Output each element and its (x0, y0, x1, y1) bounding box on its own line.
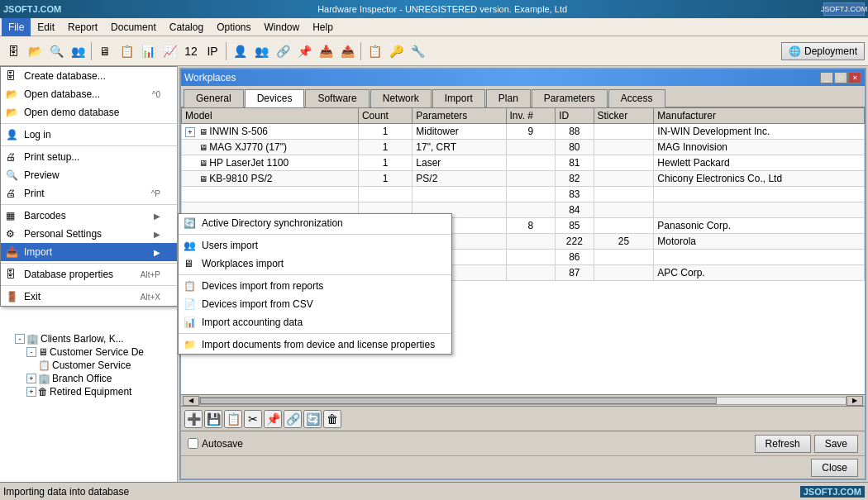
win-maximize-btn[interactable]: □ (834, 72, 847, 83)
link-item-btn[interactable]: 🔗 (284, 410, 302, 428)
toolbar-open[interactable]: 📂 (25, 41, 45, 61)
import-devices-csv[interactable]: 📄 Devices import from CSV (179, 295, 451, 313)
tree-item-retired[interactable]: + 🗑 Retired Equipment (2, 385, 175, 398)
menu-window[interactable]: Window (258, 18, 307, 36)
menu-document[interactable]: Document (104, 18, 163, 36)
toolbar-btn-13[interactable]: 🔗 (273, 41, 293, 61)
toolbar-btn-12[interactable]: 👥 (251, 41, 271, 61)
h-scroll-track[interactable] (199, 397, 847, 405)
import-active-directory[interactable]: 🔄 Active Directory synchronization (179, 214, 451, 232)
menu-preview[interactable]: 🔍 Preview (1, 166, 177, 184)
toolbar-btn-11[interactable]: 👤 (230, 41, 250, 61)
expand-icon[interactable]: + (185, 127, 195, 137)
col-count[interactable]: Count (358, 108, 412, 124)
col-id[interactable]: ID (556, 108, 594, 124)
col-model[interactable]: Model (182, 108, 359, 124)
menu-open-db[interactable]: 📂 Open database... ^0 (1, 85, 177, 103)
tree-item-clients[interactable]: - 🏢 Clients Barlow, K... (2, 332, 175, 345)
tab-software[interactable]: Software (305, 89, 369, 107)
col-parameters[interactable]: Parameters (413, 108, 506, 124)
refresh-button[interactable]: Refresh (755, 435, 811, 453)
win-minimize-btn[interactable]: _ (820, 72, 833, 83)
menu-open-demo[interactable]: 📂 Open demo database (1, 103, 177, 121)
import-workplaces[interactable]: 🖥 Workplaces import (179, 255, 451, 273)
pin-item-btn[interactable]: 📌 (264, 410, 282, 428)
table-row[interactable]: 🖥MAG XJ770 (17") 1 17", CRT 80 MAG Innov… (182, 140, 865, 155)
brand-right-btn[interactable]: JSOFTJ.COM (823, 2, 865, 16)
toolbar-btn-15[interactable]: 📥 (316, 41, 336, 61)
import-documents[interactable]: 📁 Import documents from device and licen… (179, 336, 451, 354)
autosave-checkbox[interactable] (188, 438, 198, 449)
menu-login[interactable]: 👤 Log in (1, 126, 177, 144)
toolbar-btn-6[interactable]: 📋 (117, 41, 136, 61)
tab-general[interactable]: General (184, 89, 244, 107)
delete-item-btn[interactable]: 🗑 (323, 410, 341, 428)
refresh-item-btn[interactable]: 🔄 (303, 410, 322, 428)
close-button[interactable]: Close (811, 459, 858, 477)
import-accounting[interactable]: 📊 Import accounting data (179, 313, 451, 331)
tab-parameters[interactable]: Parameters (532, 89, 608, 107)
table-row[interactable]: + 🖥INWIN S-506 1 Miditower 9 88 IN-WIN D… (182, 124, 865, 140)
menu-help[interactable]: Help (306, 18, 340, 36)
toolbar-new[interactable]: 🗄 (3, 41, 23, 61)
toolbar-btn-14[interactable]: 📌 (294, 41, 314, 61)
table-row[interactable]: 🖥HP LaserJet 1100 1 Laser 81 Hewlett Pac… (182, 155, 865, 171)
h-scroll-thumb (200, 398, 717, 404)
tab-access[interactable]: Access (608, 89, 665, 107)
tab-import[interactable]: Import (432, 89, 485, 107)
toolbar-btn-8[interactable]: 📈 (160, 41, 179, 61)
menu-print-setup[interactable]: 🖨 Print setup... (1, 148, 177, 166)
toolbar-btn-17[interactable]: 📋 (365, 41, 384, 61)
toolbar-users[interactable]: 👥 (68, 41, 88, 61)
toolbar-btn-7[interactable]: 📊 (138, 41, 158, 61)
tab-plan[interactable]: Plan (486, 89, 531, 107)
deployment-button[interactable]: 🌐 Deployment (781, 42, 865, 60)
table-row[interactable]: 83 (182, 187, 865, 202)
tree-expand-ret[interactable]: + (26, 387, 36, 397)
menu-sep-4 (1, 263, 177, 264)
toolbar-search[interactable]: 🔍 (46, 41, 66, 61)
table-row[interactable]: 🖥KB-9810 PS/2 1 PS/2 82 Chicony Electron… (182, 171, 865, 187)
col-inv[interactable]: Inv. # (506, 108, 556, 124)
col-sticker[interactable]: Sticker (594, 108, 654, 124)
save-button[interactable]: Save (814, 435, 858, 453)
save-item-btn[interactable]: 💾 (204, 410, 222, 428)
cell-parameters: PS/2 (413, 171, 506, 187)
menu-options[interactable]: Options (210, 18, 257, 36)
import-devices-reports[interactable]: 📋 Devices import from reports (179, 277, 451, 295)
h-scrollbar[interactable]: ◀ ▶ (181, 394, 865, 406)
menu-personal-settings[interactable]: ⚙ Personal Settings ▶ (1, 225, 177, 243)
menu-report[interactable]: Report (61, 18, 104, 36)
menu-exit[interactable]: 🚪 Exit Alt+X (1, 288, 177, 306)
tree-item-customer-service-de[interactable]: - 🖥 Customer Service De (2, 345, 175, 359)
copy-item-btn[interactable]: 📋 (224, 410, 242, 428)
menu-catalog[interactable]: Catalog (163, 18, 210, 36)
toolbar-btn-9[interactable]: 12 (181, 41, 201, 61)
import-users[interactable]: 👥 Users import (179, 236, 451, 255)
cut-item-btn[interactable]: ✂ (244, 410, 262, 428)
tab-devices[interactable]: Devices (245, 89, 305, 107)
toolbar-btn-5[interactable]: 🖥 (95, 41, 115, 61)
menu-file[interactable]: File (2, 18, 31, 36)
tree-expand-csd[interactable]: - (26, 347, 36, 357)
menu-import[interactable]: 📥 Import ▶ (1, 243, 177, 261)
menu-barcodes[interactable]: ▦ Barcodes ▶ (1, 207, 177, 225)
tree-expand-clients[interactable]: - (15, 334, 25, 344)
menu-db-props[interactable]: 🗄 Database properties Alt+P (1, 265, 177, 283)
tree-item-branch-office[interactable]: + 🏢 Branch Office (2, 372, 175, 385)
toolbar-btn-19[interactable]: 🔧 (408, 41, 427, 61)
add-item-btn[interactable]: ➕ (184, 410, 203, 428)
menu-create-db[interactable]: 🗄 Create database... (1, 67, 177, 85)
tab-network[interactable]: Network (370, 89, 432, 107)
toolbar-btn-16[interactable]: 📤 (337, 41, 357, 61)
toolbar-btn-18[interactable]: 🔑 (386, 41, 406, 61)
toolbar-btn-10[interactable]: IP (203, 41, 222, 61)
tree-expand-bo[interactable]: + (26, 374, 36, 383)
col-manufacturer[interactable]: Manufacturer (654, 108, 865, 124)
tree-item-customer-service[interactable]: 📋 Customer Service (2, 359, 175, 372)
win-close-btn[interactable]: ✕ (848, 72, 861, 83)
scroll-right-btn[interactable]: ▶ (847, 396, 863, 406)
scroll-left-btn[interactable]: ◀ (183, 396, 199, 406)
menu-print[interactable]: 🖨 Print ^P (1, 184, 177, 202)
menu-edit[interactable]: Edit (31, 18, 61, 36)
